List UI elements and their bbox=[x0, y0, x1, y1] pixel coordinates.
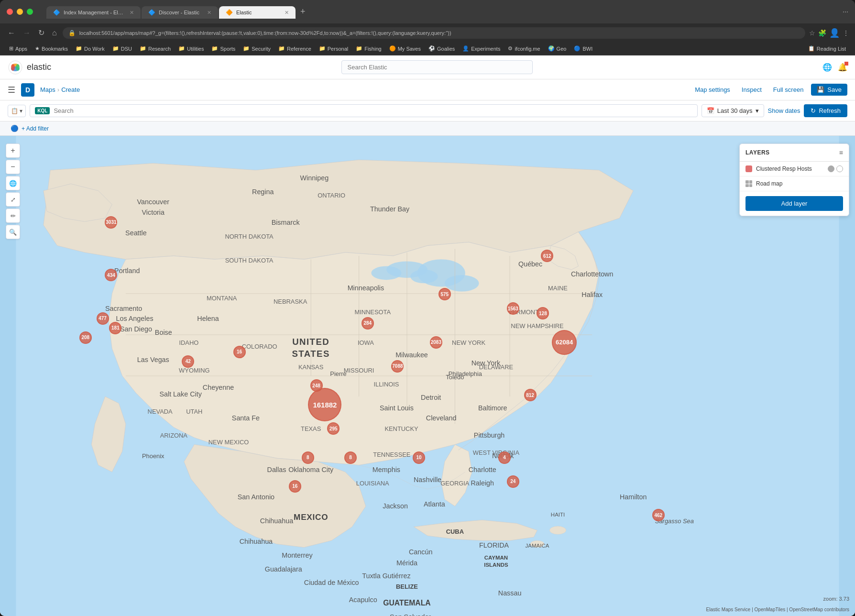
expand-button[interactable]: ⤢ bbox=[6, 192, 20, 207]
settings-btn[interactable]: ⋮ bbox=[843, 28, 849, 38]
bookmark-reference[interactable]: 📁Reference bbox=[275, 44, 315, 53]
bookmark-do-work[interactable]: 📁Do Work bbox=[72, 44, 108, 53]
breadcrumb-create[interactable]: Create bbox=[61, 86, 80, 93]
cluster-marker-ne1[interactable]: 128 bbox=[537, 307, 549, 319]
cluster-marker-texas2[interactable]: 8 bbox=[344, 451, 357, 464]
bookmark-geo[interactable]: 🌍Geo bbox=[545, 44, 570, 53]
app-icon[interactable]: D bbox=[21, 83, 34, 97]
close-button[interactable] bbox=[7, 9, 13, 15]
bookmark-star[interactable]: ☆ bbox=[809, 28, 815, 38]
layer-toggle-2[interactable] bbox=[836, 165, 843, 172]
cluster-marker-california1[interactable]: 434 bbox=[105, 269, 117, 281]
browser-tab-discover[interactable]: 🔷 Discover - Elastic ✕ bbox=[142, 6, 218, 19]
home-button[interactable]: ⌂ bbox=[50, 27, 59, 39]
show-dates-button[interactable]: Show dates bbox=[768, 107, 800, 114]
menu-toggle-button[interactable]: ☰ bbox=[8, 85, 15, 95]
tab-close-icon[interactable]: ✕ bbox=[130, 10, 134, 16]
cluster-marker-mexico1[interactable]: 16 bbox=[289, 480, 301, 493]
address-bar[interactable]: 🔒 localhost:5601/app/maps/map#?_g=(filte… bbox=[63, 27, 805, 39]
time-range-button[interactable]: 📅 Last 30 days ▾ bbox=[702, 104, 764, 117]
cluster-marker-carib[interactable]: 462 bbox=[652, 509, 665, 521]
cluster-marker-mountain1[interactable]: 42 bbox=[182, 355, 194, 368]
new-tab-button[interactable]: + bbox=[296, 5, 309, 19]
map-view[interactable]: UNITED STATES MEXICO CUBA JAMAICA HAITI … bbox=[0, 136, 855, 616]
bookmark-apps[interactable]: ⊞Apps bbox=[6, 44, 31, 53]
cluster-marker-socal2[interactable]: 181 bbox=[109, 322, 121, 334]
inspect-button[interactable]: Inspect bbox=[738, 84, 766, 95]
cluster-marker-southeast1[interactable]: 10 bbox=[413, 451, 425, 464]
breadcrumb-maps[interactable]: Maps bbox=[40, 86, 55, 93]
bookmark-utilities[interactable]: 📁Utilities bbox=[175, 44, 207, 53]
cluster-marker-socal3[interactable]: 208 bbox=[79, 331, 92, 344]
bookmark-goalies[interactable]: ⚽Goalies bbox=[425, 44, 458, 53]
zoom-in-button[interactable]: + bbox=[6, 143, 20, 158]
svg-text:Chihuahua: Chihuahua bbox=[260, 517, 293, 525]
cluster-marker-ohio[interactable]: 1563 bbox=[507, 302, 519, 315]
back-button[interactable]: ← bbox=[6, 27, 17, 39]
cluster-marker-nebraska[interactable]: 7088 bbox=[391, 360, 404, 373]
zoom-out-button[interactable]: − bbox=[6, 160, 20, 174]
globe-view-button[interactable]: 🌐 bbox=[6, 176, 20, 190]
bookmark-security[interactable]: 📁Security bbox=[240, 44, 274, 53]
maximize-button[interactable] bbox=[27, 9, 33, 15]
cluster-marker-socal1[interactable]: 477 bbox=[97, 312, 109, 325]
layer-toggle-1[interactable] bbox=[828, 165, 834, 172]
elastic-search[interactable] bbox=[341, 60, 533, 74]
tab-close-icon[interactable]: ✕ bbox=[285, 10, 289, 16]
cluster-marker-central[interactable]: 161882 bbox=[308, 388, 341, 421]
layer-item-clustered[interactable]: Clustered Resp Hosts bbox=[740, 162, 849, 176]
filter-search-input[interactable] bbox=[54, 107, 692, 114]
add-layer-button[interactable]: Add layer bbox=[745, 196, 843, 211]
cluster-marker-northeast[interactable]: 62084 bbox=[552, 330, 577, 355]
tab-close-icon[interactable]: ✕ bbox=[207, 10, 211, 16]
filter-search-container[interactable]: KQL bbox=[30, 104, 697, 117]
bookmark-bwi[interactable]: 🔵BWI bbox=[570, 44, 596, 53]
bookmark-sports[interactable]: 📁Sports bbox=[208, 44, 239, 53]
layers-menu-button[interactable]: ≡ bbox=[839, 149, 843, 156]
bookmark-reading-list[interactable]: 📋Reading List bbox=[805, 44, 849, 53]
edit-button[interactable]: ✏ bbox=[6, 209, 20, 223]
window-controls[interactable]: ⋯ bbox=[843, 9, 848, 15]
browser-tab-index-mgmt[interactable]: 🔷 Index Management - Elastic ✕ bbox=[46, 6, 141, 19]
global-search-input[interactable] bbox=[341, 60, 533, 74]
cluster-marker-midwest1[interactable]: 284 bbox=[362, 317, 374, 330]
browser-tab-elastic[interactable]: 🔶 Elastic ✕ bbox=[219, 6, 296, 19]
cluster-marker-midwest2[interactable]: 2083 bbox=[430, 336, 442, 349]
bookmark-experiments[interactable]: 👤Experiments bbox=[459, 44, 504, 53]
cluster-marker-ontario1[interactable]: 612 bbox=[541, 250, 553, 262]
bookmark-dsu[interactable]: 📁DSU bbox=[109, 44, 135, 53]
cluster-marker-colorado[interactable]: 248 bbox=[310, 379, 323, 392]
bookmark-ifconfig[interactable]: ⚙ifconfig.me bbox=[504, 44, 543, 53]
cluster-marker-florida2[interactable]: 24 bbox=[507, 475, 519, 488]
notifications-icon[interactable]: 🔔 bbox=[838, 63, 847, 72]
cluster-marker-txpanhandle[interactable]: 295 bbox=[327, 422, 340, 435]
reload-button[interactable]: ↻ bbox=[36, 26, 46, 39]
traffic-lights bbox=[7, 9, 33, 15]
cluster-marker-texas1[interactable]: 8 bbox=[302, 451, 314, 464]
filter-toggle-icon[interactable]: 🔵 bbox=[8, 123, 22, 133]
bookmark-research[interactable]: 📁Research bbox=[136, 44, 174, 53]
map-settings-button[interactable]: Map settings bbox=[691, 84, 734, 95]
search-map-button[interactable]: 🔍 bbox=[6, 225, 20, 239]
bookmark-my-saves[interactable]: 🟠My Saves bbox=[386, 44, 424, 53]
bookmark-bookmarks[interactable]: ★Bookmarks bbox=[32, 44, 71, 53]
full-screen-button[interactable]: Full screen bbox=[769, 84, 808, 95]
extension-btn[interactable]: 🧩 bbox=[818, 28, 826, 38]
cluster-marker-pacificnw[interactable]: 3031 bbox=[105, 216, 117, 229]
cluster-marker-georgia1[interactable]: 812 bbox=[524, 389, 537, 401]
bookmark-fishing[interactable]: 📁Fishing bbox=[352, 44, 384, 53]
cluster-marker-mountain2[interactable]: 16 bbox=[233, 346, 246, 358]
add-filter-button[interactable]: + Add filter bbox=[22, 125, 49, 132]
forward-button[interactable]: → bbox=[21, 27, 33, 39]
bookmark-personal[interactable]: 📁Personal bbox=[316, 44, 351, 53]
cluster-marker-ne2[interactable]: 575 bbox=[438, 288, 451, 300]
save-button[interactable]: 💾 Save bbox=[811, 84, 847, 96]
refresh-button[interactable]: ↻ Refresh bbox=[804, 104, 847, 117]
profile-btn[interactable]: 👤 bbox=[829, 28, 840, 38]
layer-item-roadmap[interactable]: Road map bbox=[740, 176, 849, 191]
filter-options-button[interactable]: 📋 ▾ bbox=[8, 105, 26, 117]
help-icon[interactable]: 🌐 bbox=[822, 63, 832, 72]
minimize-button[interactable] bbox=[17, 9, 23, 15]
svg-text:KENTUCKY: KENTUCKY bbox=[384, 425, 418, 432]
cluster-marker-florida1[interactable]: 4 bbox=[498, 451, 511, 464]
